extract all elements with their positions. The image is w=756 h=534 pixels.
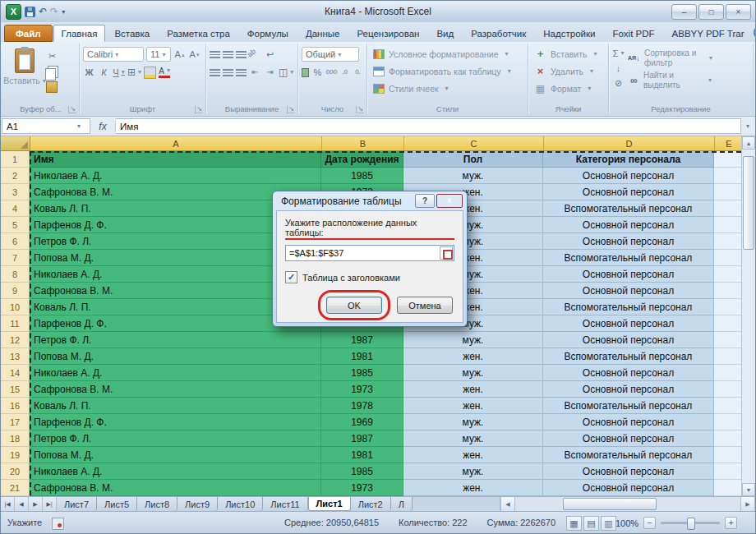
column-header-E[interactable]: E: [715, 136, 744, 150]
cell-D16[interactable]: Вспомогательный персонал: [543, 398, 714, 414]
dialog-launcher-icon[interactable]: ↘: [356, 106, 364, 113]
dialog-title-bar[interactable]: Форматирование таблицы ? ×: [276, 191, 463, 210]
column-header-B[interactable]: B: [322, 136, 404, 150]
cell-B16[interactable]: 1978: [321, 398, 403, 414]
cell-B2[interactable]: 1985: [321, 168, 403, 184]
cell-D10[interactable]: Вспомогательный персонал: [543, 299, 714, 315]
bold-icon[interactable]: Ж: [83, 66, 95, 79]
cell-C12[interactable]: муж.: [403, 332, 543, 348]
cell-E21[interactable]: [714, 480, 743, 496]
align-middle-icon[interactable]: [223, 51, 233, 58]
minimize-button[interactable]: –: [671, 4, 697, 20]
sheet-tab-Лист8[interactable]: Лист8: [137, 497, 177, 511]
cell-B20[interactable]: 1985: [321, 463, 403, 480]
normal-view-icon[interactable]: [566, 516, 582, 531]
vertical-scroll-thumb[interactable]: [743, 156, 754, 250]
select-all-corner[interactable]: [1, 136, 30, 150]
format-cells-button[interactable]: Формат: [532, 80, 605, 97]
format-as-table-button[interactable]: Форматировать как таблицу: [371, 62, 524, 80]
horizontal-scroll-thumb[interactable]: [563, 498, 657, 510]
cell-B18[interactable]: 1987: [321, 430, 403, 447]
formula-input[interactable]: Имя: [116, 118, 741, 134]
vertical-scrollbar[interactable]: ▲ ▼: [741, 136, 755, 496]
cell-E8[interactable]: [714, 266, 743, 283]
decrease-indent-icon[interactable]: [249, 66, 261, 79]
sheet-tab-Л[interactable]: Л: [391, 497, 413, 511]
cell-E15[interactable]: [714, 381, 743, 398]
decrease-decimal-icon[interactable]: 0,: [353, 66, 363, 79]
scroll-up-icon[interactable]: ▲: [742, 136, 755, 150]
cell-B17[interactable]: 1969: [321, 414, 403, 430]
cell-E11[interactable]: [714, 315, 743, 332]
cell-D17[interactable]: Основной персонал: [543, 414, 714, 430]
row-header-21[interactable]: 21: [1, 480, 30, 496]
last-sheet-icon[interactable]: ▶|: [43, 497, 57, 511]
row-header-6[interactable]: 6: [1, 233, 30, 250]
number-format-select[interactable]: Общий: [302, 47, 359, 62]
find-select-button[interactable]: Найти и выделить: [628, 71, 712, 90]
cell-E10[interactable]: [714, 299, 743, 315]
dialog-close-button[interactable]: ×: [436, 194, 463, 208]
autosum-icon[interactable]: Σ: [612, 47, 625, 60]
zoom-slider[interactable]: [661, 522, 720, 524]
scroll-down-icon[interactable]: ▼: [742, 483, 755, 496]
tab-Файл[interactable]: Файл: [4, 25, 53, 42]
fill-icon[interactable]: [612, 62, 625, 75]
cell-C18[interactable]: муж.: [403, 430, 543, 447]
cell-D4[interactable]: Вспомогательный персонал: [543, 200, 714, 217]
cell-C21[interactable]: жен.: [403, 480, 543, 496]
dialog-help-button[interactable]: ?: [415, 194, 435, 208]
cell-E4[interactable]: [714, 200, 743, 217]
cell-styles-button[interactable]: Стили ячеек: [371, 80, 524, 97]
tab-Вид[interactable]: Вид: [428, 25, 462, 42]
excel-logo-icon[interactable]: X: [6, 4, 21, 20]
page-break-view-icon[interactable]: [601, 516, 616, 531]
dialog-launcher-icon[interactable]: ↘: [195, 106, 203, 113]
cell-D6[interactable]: Основной персонал: [543, 233, 714, 250]
row-header-18[interactable]: 18: [1, 430, 30, 447]
thousands-format-icon[interactable]: 000: [326, 66, 337, 79]
cell-C16[interactable]: жен.: [403, 398, 543, 414]
cell-A15[interactable]: Сафронова В. М.: [30, 381, 321, 398]
row-header-15[interactable]: 15: [1, 381, 30, 398]
zoom-in-icon[interactable]: [725, 517, 737, 529]
cell-D20[interactable]: Основной персонал: [543, 463, 714, 480]
font-size-select[interactable]: 11: [146, 47, 171, 62]
cell-E6[interactable]: [714, 233, 743, 250]
tab-Главная[interactable]: Главная: [53, 25, 106, 42]
cell-E12[interactable]: [714, 332, 743, 348]
fx-icon[interactable]: fx: [90, 121, 116, 132]
help-icon[interactable]: ?: [754, 25, 756, 39]
column-header-C[interactable]: C: [404, 136, 544, 150]
cell-A18[interactable]: Петров Ф. Л.: [30, 430, 321, 447]
range-input[interactable]: [285, 245, 454, 261]
cell-A14[interactable]: Николаев А. Д.: [30, 365, 321, 381]
clear-icon[interactable]: [612, 76, 625, 90]
zoom-slider-thumb[interactable]: [687, 518, 695, 530]
format-painter-icon[interactable]: [46, 81, 58, 93]
row-header-2[interactable]: 2: [1, 168, 30, 184]
name-box-dropdown-icon[interactable]: ▾: [72, 122, 85, 130]
ok-button[interactable]: OK: [326, 297, 382, 314]
font-name-select[interactable]: Calibri: [83, 47, 144, 62]
sheet-tab-Лист10[interactable]: Лист10: [218, 497, 263, 511]
cell-C2[interactable]: муж.: [403, 168, 543, 184]
row-header-9[interactable]: 9: [1, 283, 30, 299]
maximize-button[interactable]: □: [698, 4, 724, 20]
scroll-left-icon[interactable]: ◀: [500, 497, 515, 511]
zoom-level[interactable]: 100%: [615, 518, 638, 528]
increase-decimal-icon[interactable]: ,0: [339, 66, 350, 79]
prev-sheet-icon[interactable]: ◀: [15, 497, 29, 511]
orientation-icon[interactable]: ab: [247, 45, 265, 63]
cell-D13[interactable]: Вспомогательный персонал: [543, 348, 714, 365]
row-header-5[interactable]: 5: [1, 217, 30, 233]
tab-Разработчик[interactable]: Разработчик: [463, 25, 534, 42]
scroll-right-icon[interactable]: ▶: [740, 497, 755, 511]
first-sheet-icon[interactable]: |◀: [1, 497, 15, 511]
collapse-dialog-icon[interactable]: [440, 246, 453, 260]
grow-font-icon[interactable]: А▴: [173, 48, 186, 61]
sheet-tab-Лист11[interactable]: Лист11: [263, 497, 307, 511]
row-header-1[interactable]: 1: [1, 151, 30, 168]
cut-icon[interactable]: [46, 49, 58, 62]
cell-B13[interactable]: 1981: [321, 348, 403, 365]
